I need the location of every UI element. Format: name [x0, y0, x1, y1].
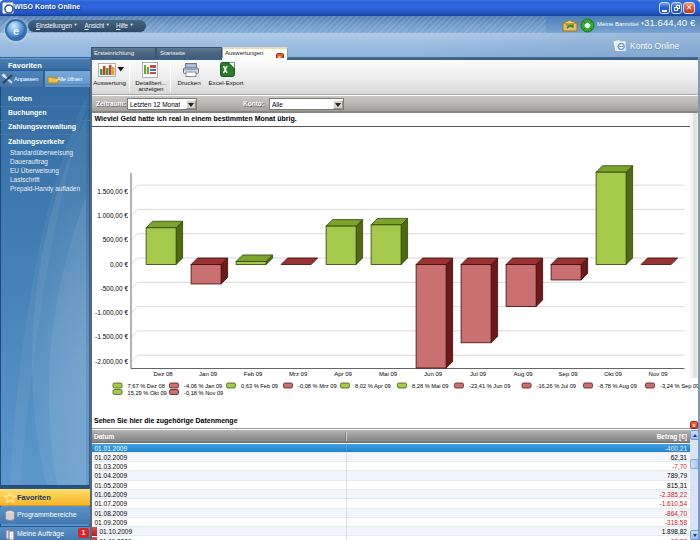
svg-text:Jan 09: Jan 09 — [199, 371, 218, 377]
svg-text:Apr 09: Apr 09 — [334, 371, 352, 377]
svg-text:Okt 09: Okt 09 — [604, 371, 622, 377]
svg-text:0,00 €: 0,00 € — [109, 261, 127, 268]
svg-text:1.500,00 €: 1.500,00 € — [97, 188, 128, 195]
svg-text:8,02 % Apr 09: 8,02 % Apr 09 — [355, 383, 391, 389]
svg-text:-8,78 % Aug 09: -8,78 % Aug 09 — [598, 383, 637, 389]
svg-text:-1.000,00 €: -1.000,00 € — [95, 309, 128, 316]
svg-text:Feb 09: Feb 09 — [243, 371, 262, 377]
svg-text:Dez 08: Dez 08 — [153, 371, 173, 377]
svg-text:-500,00 €: -500,00 € — [100, 285, 128, 292]
svg-text:-0,08 % Mrz 09: -0,08 % Mrz 09 — [298, 383, 337, 389]
svg-text:-16,26 % Jul 09: -16,26 % Jul 09 — [536, 383, 576, 389]
svg-text:-23,41 % Jun 09: -23,41 % Jun 09 — [469, 383, 510, 389]
svg-text:-3,24 % Sep 09: -3,24 % Sep 09 — [660, 383, 699, 389]
svg-text:Mai 09: Mai 09 — [379, 371, 398, 377]
svg-text:1.000,00 €: 1.000,00 € — [97, 212, 128, 219]
svg-text:Aug 09: Aug 09 — [513, 371, 533, 377]
svg-text:-0,18 % Nov 09: -0,18 % Nov 09 — [184, 390, 223, 396]
svg-text:Nov 09: Nov 09 — [648, 371, 668, 377]
svg-text:-4,06 % Jan 09: -4,06 % Jan 09 — [184, 383, 222, 389]
svg-text:-2.000,00 €: -2.000,00 € — [95, 358, 128, 365]
svg-text:15,29 % Okt 09: 15,29 % Okt 09 — [127, 390, 166, 396]
svg-text:Jun 09: Jun 09 — [424, 371, 443, 377]
svg-text:500,00 €: 500,00 € — [102, 236, 128, 243]
svg-text:Mrz 09: Mrz 09 — [288, 371, 307, 377]
svg-text:Sep 09: Sep 09 — [558, 371, 578, 377]
svg-text:8,28 % Mai 09: 8,28 % Mai 09 — [412, 383, 448, 389]
svg-text:0,63 % Feb 09: 0,63 % Feb 09 — [241, 383, 278, 389]
svg-text:-1.500,00 €: -1.500,00 € — [95, 333, 128, 340]
svg-text:Jul 09: Jul 09 — [470, 371, 487, 377]
svg-text:7,67 % Dez 08: 7,67 % Dez 08 — [127, 383, 164, 389]
